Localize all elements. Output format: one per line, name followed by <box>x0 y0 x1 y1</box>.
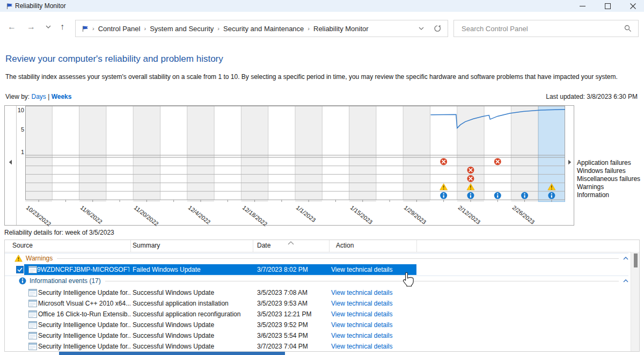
stability-chart: 10 5 1 10/23/202211/6/202211/20/202212/4… <box>4 105 574 226</box>
collapse-group-icon[interactable] <box>623 279 628 282</box>
table-row-informational-event[interactable]: Microsoft Visual C++ 2010 x64...Successf… <box>5 298 628 309</box>
search-icon <box>624 25 632 32</box>
view-technical-details-link[interactable]: View technical details <box>331 289 393 296</box>
row-summary: Successful Windows Update <box>133 332 214 339</box>
x-axis-label: 1/1/2023 <box>295 204 317 223</box>
minimize-icon <box>580 3 586 9</box>
view-technical-details-link[interactable]: View technical details <box>331 332 393 339</box>
row-date: 3/6/2023 5:54 PM <box>257 332 308 339</box>
chart-legend: Application failures Windows failures Mi… <box>577 159 644 199</box>
row-summary: Successful Windows Update <box>133 289 214 296</box>
view-by-label: View by: <box>5 93 30 100</box>
table-row-informational-event[interactable]: Security Intelligence Update for...Succe… <box>5 341 628 352</box>
table-row-failed-windows-update[interactable]: 9WZDNCRFJBMP-MICROSOFT.... Failed Window… <box>5 264 628 275</box>
row-date: 3/5/2023 7:08 AM <box>257 289 308 296</box>
chart-scroll-right-button[interactable] <box>565 106 574 202</box>
close-button[interactable] <box>622 0 643 12</box>
chevron-down-icon <box>46 25 51 28</box>
row-source: Security Intelligence Update for... <box>38 289 130 296</box>
recent-locations-button[interactable] <box>41 19 56 34</box>
view-technical-details-link[interactable]: View technical details <box>331 321 393 329</box>
group-row-informational-events[interactable]: Informational events (17) <box>5 276 628 286</box>
legend-warnings: Warnings <box>577 183 644 191</box>
y-axis-tick-1: 1 <box>16 149 24 155</box>
back-icon: ← <box>8 22 16 32</box>
breadcrumb-item-system-and-security[interactable]: System and Security <box>150 25 214 33</box>
x-axis-labels: 10/23/202211/6/202211/20/202212/4/202212… <box>25 202 565 225</box>
row-checkbox-checked[interactable] <box>16 266 24 273</box>
view-technical-details-link[interactable]: View technical details <box>331 343 393 350</box>
table-row-informational-event[interactable]: Security Intelligence Update for...Succe… <box>5 287 628 298</box>
event-source-icon <box>28 289 37 296</box>
last-updated-text: Last updated: 3/8/2023 6:30 PM <box>546 93 638 100</box>
event-source-icon <box>28 310 37 318</box>
refresh-icon[interactable] <box>434 25 441 32</box>
minimize-button[interactable] <box>572 0 593 12</box>
row-source: Security Intelligence Update for... <box>38 343 130 350</box>
y-axis-tick-5: 5 <box>16 126 24 133</box>
legend-miscellaneous-failures: Miscellaneous failures <box>577 175 644 183</box>
view-technical-details-link[interactable]: View technical details <box>331 300 393 307</box>
details-caption: Reliability details for: week of 3/5/202… <box>4 229 114 236</box>
table-row-informational-event[interactable]: Security Intelligence Update for...Succe… <box>5 320 628 330</box>
column-header-action[interactable]: Action <box>336 242 354 249</box>
table-scrollbar[interactable] <box>631 252 640 352</box>
column-header-date[interactable]: Date <box>257 242 270 249</box>
view-technical-details-link[interactable]: View technical details <box>331 310 393 318</box>
close-icon <box>630 3 636 9</box>
maximize-button[interactable] <box>597 0 618 12</box>
group-label-informational-events: Informational events (17) <box>30 277 101 285</box>
table-row-informational-event[interactable]: Office 16 Click-to-Run Extensib...Succes… <box>5 309 628 320</box>
breadcrumb-item-reliability-monitor[interactable]: Reliability Monitor <box>313 25 369 33</box>
search-box[interactable] <box>453 20 639 37</box>
breadcrumb-separator-icon: › <box>217 25 219 32</box>
breadcrumb[interactable]: › Control Panel › System and Security › … <box>75 20 448 37</box>
details-table: Source Summary Date Action Warnings <box>4 240 640 352</box>
event-source-icon <box>28 332 37 339</box>
x-axis-label: 2/26/2023 <box>511 204 536 226</box>
view-by-weeks-link[interactable]: Weeks <box>52 93 72 100</box>
search-input[interactable] <box>460 24 624 33</box>
row-date: 3/5/2023 9:53 AM <box>257 300 308 307</box>
selected-row-highlight[interactable]: 9WZDNCRFJBMP-MICROSOFT.... Failed Window… <box>24 264 416 275</box>
hand-cursor-icon <box>402 272 414 287</box>
collapse-group-icon[interactable] <box>623 257 628 260</box>
title-bar: Reliability Monitor <box>0 0 644 12</box>
y-axis-tick-10: 10 <box>16 107 24 113</box>
view-by-days-link[interactable]: Days <box>31 93 46 100</box>
row-summary: Successful Windows Update <box>133 321 214 329</box>
chart-scroll-left-button[interactable] <box>5 106 17 225</box>
partial-selected-row-strip[interactable] <box>59 352 285 355</box>
table-row-informational-event[interactable]: Security Intelligence Update for...Succe… <box>5 330 628 341</box>
view-technical-details-link[interactable]: View technical details <box>331 266 393 273</box>
group-row-warnings[interactable]: Warnings <box>5 253 628 264</box>
sort-ascending-icon[interactable] <box>288 241 294 245</box>
row-date: 3/5/2023 9:52 PM <box>257 321 308 329</box>
row-source: 9WZDNCRFJBMP-MICROSOFT.... <box>37 266 129 273</box>
up-button[interactable]: ↑ <box>55 19 70 34</box>
view-by-separator: | <box>48 93 49 100</box>
row-source: Security Intelligence Update for... <box>38 321 130 329</box>
column-header-summary[interactable]: Summary <box>133 242 160 249</box>
forward-button[interactable]: → <box>24 19 39 34</box>
x-axis-label: 11/6/2022 <box>79 204 103 225</box>
x-axis-label: 10/23/2022 <box>25 204 53 227</box>
row-summary: Successful application installation <box>133 300 229 307</box>
back-button[interactable]: ← <box>4 19 19 34</box>
address-dropdown-icon[interactable] <box>419 27 424 30</box>
event-source-icon <box>28 321 37 329</box>
maximize-icon <box>605 3 611 9</box>
scrollbar-thumb[interactable] <box>634 253 638 267</box>
x-axis-label: 1/15/2023 <box>349 204 374 226</box>
row-summary: Successful Windows Update <box>133 343 214 350</box>
scroll-right-icon <box>568 160 572 165</box>
stability-chart-plot[interactable] <box>25 106 565 202</box>
column-header-source[interactable]: Source <box>12 242 33 249</box>
page-title: Review your computer's reliability and p… <box>5 54 223 64</box>
row-summary: Failed Windows Update <box>133 266 201 273</box>
breadcrumb-item-security-and-maintenance[interactable]: Security and Maintenance <box>223 25 304 33</box>
event-source-icon <box>28 300 37 307</box>
breadcrumb-item-control-panel[interactable]: Control Panel <box>98 25 141 33</box>
row-source: Microsoft Visual C++ 2010 x64... <box>38 300 130 307</box>
info-icon <box>19 277 26 285</box>
